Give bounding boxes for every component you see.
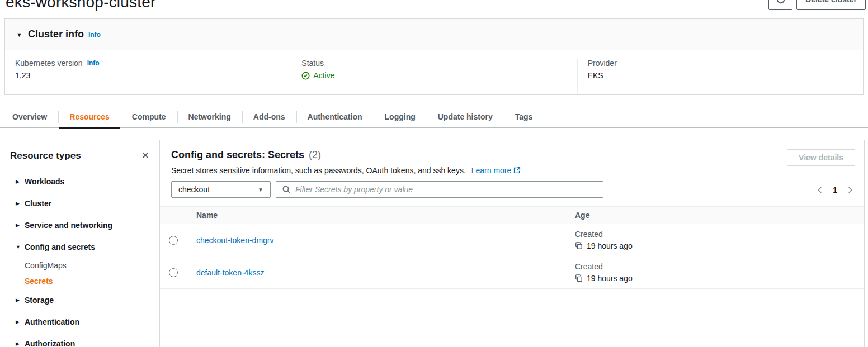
secrets-table: Name Age checkout-token-dmgrv Created (160, 206, 864, 289)
secrets-search-box (276, 181, 603, 198)
page-title: eks-workshop-cluster (6, 0, 156, 11)
secret-name-link[interactable]: checkout-token-dmgrv (196, 236, 274, 245)
copy-icon[interactable] (575, 242, 583, 250)
cluster-info-title: Cluster info (28, 28, 84, 40)
tab-tags[interactable]: Tags (504, 106, 544, 127)
tab-logging[interactable]: Logging (374, 106, 427, 127)
status-field: Status Active (291, 59, 577, 94)
sidebar-item-configmaps[interactable]: ConfigMaps (0, 258, 159, 273)
pagination: 1 (816, 186, 854, 194)
tab-add-ons[interactable]: Add-ons (242, 106, 296, 127)
status-active-icon (301, 72, 310, 80)
dropdown-selected-value: checkout (178, 185, 210, 194)
tab-overview[interactable]: Overview (1, 106, 58, 127)
secrets-panel-title: Config and secrets: Secrets (171, 149, 304, 161)
refresh-icon (776, 0, 786, 4)
cluster-info-header[interactable]: ▼ Cluster info Info (5, 19, 863, 50)
provider-field: Provider EKS (577, 59, 863, 94)
resource-types-sidebar: Resource types ✕ ▶ Workloads ▶ Cluster ▶… (0, 140, 159, 347)
learn-more-link[interactable]: Learn more (471, 166, 521, 175)
age-created-label: Created (575, 262, 864, 271)
tab-resources[interactable]: Resources (58, 106, 121, 127)
next-page-icon[interactable] (846, 186, 854, 194)
chevron-right-icon: ▶ (16, 222, 25, 228)
row-select-radio[interactable] (169, 236, 178, 245)
sidebar-item-secrets[interactable]: Secrets (0, 273, 159, 289)
status-label: Status (301, 59, 567, 68)
eks-console-page: eks-workshop-cluster Delete cluster ▼ Cl… (0, 0, 868, 347)
chevron-right-icon: ▶ (16, 297, 25, 303)
secrets-panel: Config and secrets: Secrets (2) View det… (159, 140, 865, 347)
kubernetes-version-info-link[interactable]: Info (87, 59, 100, 67)
sidebar-item-cluster[interactable]: ▶ Cluster (0, 192, 159, 214)
dropdown-caret-icon: ▼ (258, 187, 263, 193)
cluster-tabs: Overview Resources Compute Networking Ad… (0, 106, 868, 128)
age-value-text: 19 hours ago (587, 274, 633, 283)
sidebar-item-service-and-networking[interactable]: ▶ Service and networking (0, 214, 159, 236)
close-icon[interactable]: ✕ (139, 150, 152, 161)
kubernetes-version-label: Kubernetes version (15, 59, 83, 68)
search-input[interactable] (295, 185, 597, 194)
table-row: default-token-4kssz Created 19 hours ago (160, 256, 864, 289)
cluster-info-panel: ▼ Cluster info Info Kubernetes version I… (4, 18, 864, 95)
row-select-radio[interactable] (169, 268, 178, 277)
previous-page-icon[interactable] (816, 186, 824, 194)
chevron-right-icon: ▶ (16, 319, 25, 325)
secrets-description: Secret stores sensitive information, suc… (171, 166, 466, 175)
collapse-caret-icon[interactable]: ▼ (16, 31, 22, 38)
external-link-icon (513, 167, 521, 174)
cluster-info-body: Kubernetes version Info 1.23 Status Acti… (5, 50, 863, 94)
tab-authentication[interactable]: Authentication (296, 106, 374, 127)
chevron-right-icon: ▶ (16, 341, 25, 346)
secrets-count: (2) (309, 149, 321, 161)
provider-value: EKS (588, 71, 853, 80)
resource-tree: ▶ Workloads ▶ Cluster ▶ Service and netw… (0, 170, 159, 347)
sidebar-item-authentication[interactable]: ▶ Authentication (0, 311, 159, 332)
tab-update-history[interactable]: Update history (427, 106, 504, 127)
chevron-right-icon: ▶ (16, 179, 25, 184)
cluster-info-info-link[interactable]: Info (88, 31, 101, 39)
tab-networking[interactable]: Networking (177, 106, 242, 127)
delete-cluster-button[interactable]: Delete cluster (796, 0, 866, 10)
column-header-age: Age (575, 211, 589, 220)
resource-types-title: Resource types (10, 150, 81, 161)
table-row: checkout-token-dmgrv Created 19 hours ag… (160, 224, 864, 256)
table-header: Name Age (160, 206, 864, 224)
age-value-text: 19 hours ago (587, 241, 633, 250)
view-details-button[interactable]: View details (787, 149, 855, 166)
tab-compute[interactable]: Compute (121, 106, 177, 127)
sidebar-item-authorization[interactable]: ▶ Authorization (0, 332, 159, 347)
refresh-button[interactable] (768, 0, 792, 10)
provider-label: Provider (588, 59, 853, 68)
age-created-label: Created (575, 230, 864, 239)
chevron-down-icon: ▼ (16, 244, 25, 250)
secret-name-link[interactable]: default-token-4kssz (196, 268, 264, 277)
search-icon (282, 185, 291, 194)
sidebar-item-storage[interactable]: ▶ Storage (0, 289, 159, 311)
copy-icon[interactable] (575, 274, 583, 282)
status-value: Active (313, 71, 334, 80)
filter-property-dropdown[interactable]: checkout ▼ (171, 181, 271, 198)
chevron-right-icon: ▶ (16, 201, 25, 206)
sidebar-item-config-and-secrets[interactable]: ▼ Config and secrets (0, 236, 159, 258)
column-header-name: Name (196, 211, 218, 220)
current-page[interactable]: 1 (833, 186, 837, 194)
kubernetes-version-value: 1.23 (15, 71, 281, 80)
sidebar-item-workloads[interactable]: ▶ Workloads (0, 170, 159, 192)
kubernetes-version-field: Kubernetes version Info 1.23 (5, 59, 291, 94)
